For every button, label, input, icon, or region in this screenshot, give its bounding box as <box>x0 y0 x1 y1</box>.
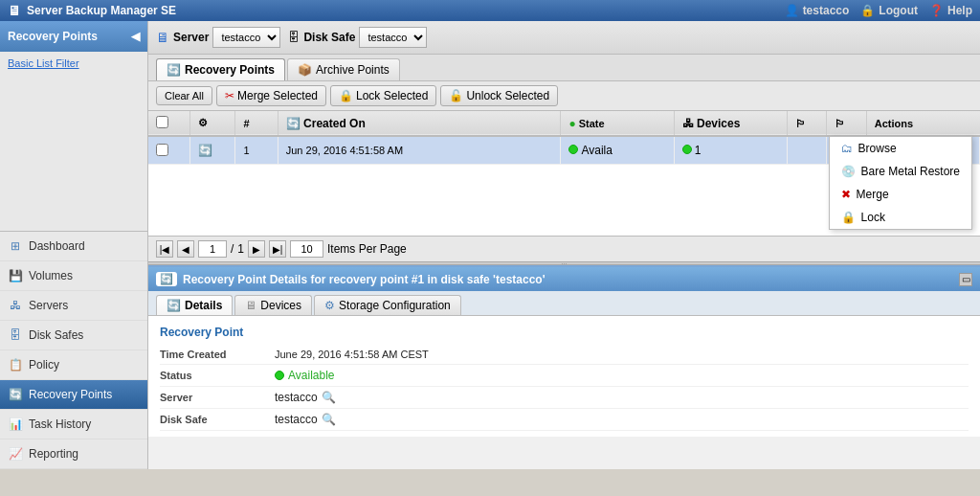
details-panel-header: 🔄 Recovery Point Details for recovery po… <box>148 267 980 291</box>
status-label: Status <box>160 370 275 381</box>
sidebar-item-disk-safes[interactable]: 🗄 Disk Safes <box>0 321 147 350</box>
row-state: Availa <box>581 144 612 157</box>
context-menu-browse[interactable]: 🗂 Browse <box>830 137 971 160</box>
detail-row-status: Status Available <box>160 365 969 387</box>
server-select-group: 🖥 Server testacco <box>156 27 280 48</box>
reporting-icon: 📈 <box>8 446 23 462</box>
unlock-icon: 🔓 <box>449 89 463 102</box>
next-page-button[interactable]: ▶ <box>248 240 265 258</box>
content-header: 🖥 Server testacco 🗄 Disk Safe testacco <box>148 21 980 55</box>
sidebar-item-policy[interactable]: 📋 Policy <box>0 350 147 380</box>
context-menu-bare-metal-restore[interactable]: 💿 Bare Metal Restore <box>830 160 971 183</box>
toolbar: Clear All ✂ Merge Selected 🔒 Lock Select… <box>148 81 980 111</box>
status-value: Available <box>275 369 334 382</box>
sidebar-item-dashboard[interactable]: ⊞ Dashboard <box>0 232 147 261</box>
disk-safe-search-icon[interactable]: 🔍 <box>322 413 336 426</box>
first-page-button[interactable]: |◀ <box>156 240 173 258</box>
disk-safe-detail-label: Disk Safe <box>160 414 275 425</box>
merge-selected-button[interactable]: ✂ Merge Selected <box>216 85 326 106</box>
main-tabs: 🔄 Recovery Points 📦 Archive Points <box>148 55 980 81</box>
last-page-button[interactable]: ▶| <box>269 240 286 258</box>
server-icon: 🖥 <box>156 30 169 45</box>
col-checkbox <box>148 111 190 136</box>
help-icon: ❓ <box>929 4 944 17</box>
disk-safes-icon: 🗄 <box>8 327 23 343</box>
sidebar-item-servers[interactable]: 🖧 Servers <box>0 291 147 321</box>
select-all-checkbox[interactable] <box>156 116 168 128</box>
logout-button[interactable]: 🔒 Logout <box>860 4 918 17</box>
col-flag1: 🏳 <box>787 111 826 136</box>
disk-safe-icon: 🗄 <box>288 31 300 44</box>
col-created-on[interactable]: 🔄 Created On <box>278 111 561 136</box>
titlebar: 🖥 Server Backup Manager SE 👤 testacco 🔒 … <box>0 0 980 21</box>
col-state[interactable]: ● State <box>561 111 674 136</box>
sidebar-header: Recovery Points ◀ <box>0 21 147 52</box>
recovery-points-tab-icon: 🔄 <box>167 63 181 77</box>
prev-page-button[interactable]: ◀ <box>177 240 194 258</box>
merge-icon: ✂ <box>225 89 234 102</box>
merge-menu-icon: ✖ <box>841 188 851 201</box>
detail-row-time-created: Time Created June 29, 2016 4:51:58 AM CE… <box>160 345 969 365</box>
context-menu: 🗂 Browse 💿 Bare Metal Restore ✖ Merge 🔒 … <box>829 136 972 230</box>
help-button[interactable]: ❓ Help <box>929 4 972 17</box>
recovery-points-icon: 🔄 <box>8 387 23 402</box>
details-header-icon: 🔄 <box>156 272 177 286</box>
col-num[interactable]: # <box>235 111 278 136</box>
sidebar-nav: ⊞ Dashboard 💾 Volumes 🖧 Servers 🗄 Disk S… <box>0 231 147 469</box>
storage-tab-icon: ⚙ <box>324 299 335 312</box>
disk-safe-label: Disk Safe <box>303 31 355 44</box>
server-search-icon[interactable]: 🔍 <box>322 391 336 404</box>
server-detail-label: Server <box>160 392 275 403</box>
lock-menu-icon: 🔒 <box>841 211 856 224</box>
clear-all-button[interactable]: Clear All <box>156 86 212 105</box>
lock-icon: 🔒 <box>339 89 353 102</box>
browse-icon: 🗂 <box>841 142 853 155</box>
total-pages: 1 <box>237 242 244 256</box>
per-page-input[interactable] <box>290 240 323 258</box>
row-devices: 1 <box>695 144 702 157</box>
sidebar-filter-link[interactable]: Basic List Filter <box>0 52 147 75</box>
detail-row-server: Server testacco 🔍 <box>160 387 969 409</box>
row-checkbox[interactable] <box>156 144 168 156</box>
main-layout: Recovery Points ◀ Basic List Filter ⊞ Da… <box>0 21 980 469</box>
sidebar-collapse-icon[interactable]: ◀ <box>131 30 140 43</box>
details-collapse-button[interactable]: ▭ <box>959 273 972 286</box>
devices-tab-icon: 🖥 <box>245 299 256 312</box>
sidebar: Recovery Points ◀ Basic List Filter ⊞ Da… <box>0 21 148 469</box>
archive-points-tab-icon: 📦 <box>298 63 312 77</box>
bare-metal-icon: 💿 <box>841 165 856 178</box>
time-created-value: June 29, 2016 4:51:58 AM CEST <box>275 349 429 360</box>
app-icon: 🖥 <box>8 3 21 18</box>
unlock-selected-button[interactable]: 🔓 Unlock Selected <box>440 85 558 106</box>
content-area: 🖥 Server testacco 🗄 Disk Safe testacco 🔄… <box>148 21 980 469</box>
col-devices[interactable]: 🖧 Devices <box>674 111 787 136</box>
tab-recovery-points[interactable]: 🔄 Recovery Points <box>156 58 285 80</box>
details-tab-storage-configuration[interactable]: ⚙ Storage Configuration <box>314 295 461 315</box>
context-menu-merge[interactable]: ✖ Merge <box>830 183 971 206</box>
row-num: 1 <box>235 136 278 165</box>
details-tab-details[interactable]: 🔄 Details <box>156 295 233 315</box>
context-menu-lock[interactable]: 🔒 Lock <box>830 206 971 229</box>
col-type[interactable]: ⚙ <box>190 111 235 136</box>
sidebar-item-task-history[interactable]: 📊 Task History <box>0 410 147 440</box>
state-status-dot <box>568 145 578 154</box>
disk-safe-dropdown[interactable]: testacco <box>359 27 427 48</box>
row-created: Jun 29, 2016 4:51:58 AM <box>278 136 561 165</box>
sidebar-item-recovery-points[interactable]: 🔄 Recovery Points <box>0 380 147 410</box>
detail-row-disk-safe: Disk Safe testacco 🔍 <box>160 409 969 431</box>
status-indicator <box>275 371 284 380</box>
current-page-input[interactable] <box>198 240 227 258</box>
details-tab-devices[interactable]: 🖥 Devices <box>234 295 312 315</box>
details-panel-title: Recovery Point Details for recovery poin… <box>183 273 546 286</box>
app-title: Server Backup Manager SE <box>27 4 176 17</box>
server-label: Server <box>173 31 209 44</box>
row-type-icon: 🔄 <box>198 144 212 157</box>
col-flag2: 🏳 <box>827 111 866 136</box>
lock-selected-button[interactable]: 🔒 Lock Selected <box>330 85 436 106</box>
server-dropdown[interactable]: testacco <box>212 27 280 48</box>
sidebar-item-volumes[interactable]: 💾 Volumes <box>0 261 147 291</box>
volumes-icon: 💾 <box>8 268 23 283</box>
col-actions: Actions <box>866 111 979 136</box>
tab-archive-points[interactable]: 📦 Archive Points <box>287 58 400 80</box>
sidebar-item-reporting[interactable]: 📈 Reporting <box>0 440 147 469</box>
